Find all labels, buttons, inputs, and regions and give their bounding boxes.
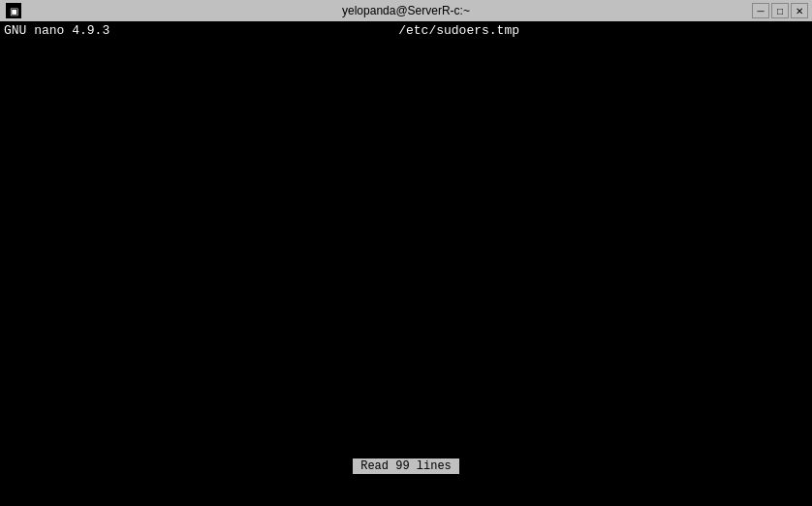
window-icon: ▣ (6, 3, 21, 18)
nano-header: GNU nano 4.9.3 /etc/sudoers.tmp (0, 21, 812, 39)
close-button[interactable]: ✕ (791, 3, 808, 18)
restore-button[interactable]: □ (771, 3, 789, 18)
shortcut-bar (0, 475, 812, 506)
editor-area[interactable] (0, 39, 812, 458)
window-controls: ─ □ ✕ (752, 3, 808, 18)
window-title: yelopanda@ServerR-c:~ (342, 4, 470, 17)
nano-version: GNU nano 4.9.3 (4, 23, 109, 38)
titlebar: ▣ yelopanda@ServerR-c:~ ─ □ ✕ (0, 0, 812, 21)
shortcut-row-2 (0, 492, 812, 506)
status-bar: Read 99 lines (0, 458, 812, 475)
shortcut-row-1 (0, 475, 812, 492)
status-message: Read 99 lines (353, 459, 459, 474)
minimize-button[interactable]: ─ (752, 3, 769, 18)
file-path: /etc/sudoers.tmp (398, 23, 519, 38)
